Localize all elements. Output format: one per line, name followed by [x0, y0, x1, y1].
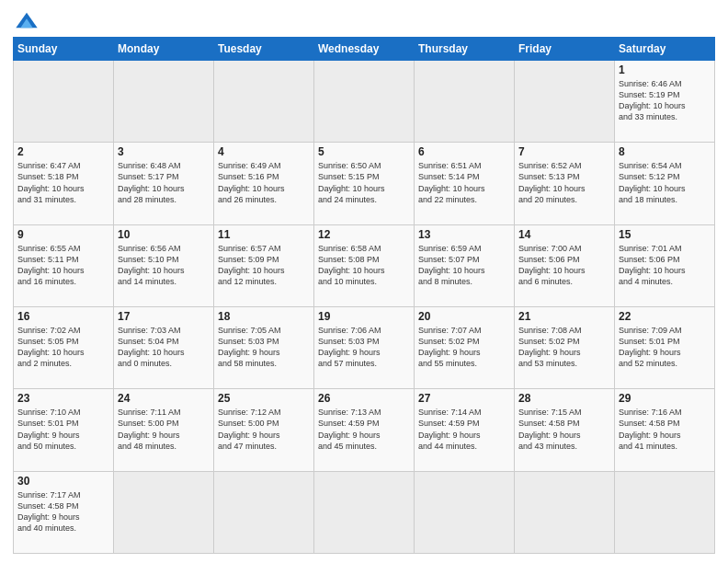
- logo-icon: [13, 9, 40, 31]
- day-info: Sunrise: 6:48 AM Sunset: 5:17 PM Dayligh…: [118, 160, 210, 205]
- calendar-header: SundayMondayTuesdayWednesdayThursdayFrid…: [14, 38, 715, 61]
- calendar-cell: 8Sunrise: 6:54 AM Sunset: 5:12 PM Daylig…: [615, 143, 715, 224]
- day-info: Sunrise: 6:50 AM Sunset: 5:15 PM Dayligh…: [318, 160, 410, 205]
- calendar-cell: 6Sunrise: 6:51 AM Sunset: 5:14 PM Daylig…: [415, 143, 515, 224]
- calendar-week-3: 16Sunrise: 7:02 AM Sunset: 5:05 PM Dayli…: [14, 306, 715, 388]
- day-number: 7: [518, 145, 610, 158]
- day-number: 6: [418, 145, 510, 158]
- calendar-cell: 4Sunrise: 6:49 AM Sunset: 5:16 PM Daylig…: [214, 143, 314, 224]
- calendar-week-1: 2Sunrise: 6:47 AM Sunset: 5:18 PM Daylig…: [14, 143, 715, 224]
- weekday-header-thursday: Thursday: [415, 38, 515, 61]
- calendar-week-4: 23Sunrise: 7:10 AM Sunset: 5:01 PM Dayli…: [14, 389, 715, 471]
- calendar-cell: [515, 471, 615, 553]
- calendar-cell: 20Sunrise: 7:07 AM Sunset: 5:02 PM Dayli…: [415, 306, 515, 388]
- calendar-cell: 26Sunrise: 7:13 AM Sunset: 4:59 PM Dayli…: [314, 389, 415, 471]
- day-number: 5: [318, 145, 410, 158]
- weekday-header-wednesday: Wednesday: [314, 38, 415, 61]
- weekday-header-tuesday: Tuesday: [214, 38, 314, 61]
- calendar-cell: 15Sunrise: 7:01 AM Sunset: 5:06 PM Dayli…: [615, 224, 715, 306]
- day-info: Sunrise: 7:03 AM Sunset: 5:04 PM Dayligh…: [118, 325, 210, 370]
- calendar-cell: 1Sunrise: 6:46 AM Sunset: 5:19 PM Daylig…: [615, 61, 715, 143]
- calendar-cell: 2Sunrise: 6:47 AM Sunset: 5:18 PM Daylig…: [14, 143, 114, 224]
- day-info: Sunrise: 7:02 AM Sunset: 5:05 PM Dayligh…: [17, 325, 109, 370]
- calendar-cell: 25Sunrise: 7:12 AM Sunset: 5:00 PM Dayli…: [214, 389, 314, 471]
- calendar-cell: 21Sunrise: 7:08 AM Sunset: 5:02 PM Dayli…: [515, 306, 615, 388]
- day-number: 25: [218, 392, 310, 405]
- day-info: Sunrise: 7:05 AM Sunset: 5:03 PM Dayligh…: [218, 325, 310, 370]
- day-number: 20: [418, 310, 510, 323]
- day-number: 13: [418, 228, 510, 241]
- calendar-cell: 14Sunrise: 7:00 AM Sunset: 5:06 PM Dayli…: [515, 224, 615, 306]
- page: SundayMondayTuesdayWednesdayThursdayFrid…: [0, 0, 728, 563]
- calendar-cell: 12Sunrise: 6:58 AM Sunset: 5:08 PM Dayli…: [314, 224, 415, 306]
- day-number: 15: [619, 228, 711, 241]
- weekday-header-saturday: Saturday: [615, 38, 715, 61]
- day-number: 19: [318, 310, 410, 323]
- day-number: 9: [17, 228, 109, 241]
- day-number: 29: [619, 392, 711, 405]
- calendar-cell: 28Sunrise: 7:15 AM Sunset: 4:58 PM Dayli…: [515, 389, 615, 471]
- calendar-cell: 10Sunrise: 6:56 AM Sunset: 5:10 PM Dayli…: [114, 224, 214, 306]
- day-info: Sunrise: 7:14 AM Sunset: 4:59 PM Dayligh…: [418, 407, 510, 452]
- calendar-cell: [14, 61, 114, 143]
- calendar-week-5: 30Sunrise: 7:17 AM Sunset: 4:58 PM Dayli…: [14, 471, 715, 553]
- day-info: Sunrise: 7:07 AM Sunset: 5:02 PM Dayligh…: [418, 325, 510, 370]
- day-info: Sunrise: 6:51 AM Sunset: 5:14 PM Dayligh…: [418, 160, 510, 205]
- day-info: Sunrise: 7:09 AM Sunset: 5:01 PM Dayligh…: [619, 325, 711, 370]
- calendar-cell: 27Sunrise: 7:14 AM Sunset: 4:59 PM Dayli…: [415, 389, 515, 471]
- day-info: Sunrise: 7:17 AM Sunset: 4:58 PM Dayligh…: [17, 489, 109, 534]
- day-number: 11: [218, 228, 310, 241]
- day-info: Sunrise: 7:16 AM Sunset: 4:58 PM Dayligh…: [619, 407, 711, 452]
- weekday-header-sunday: Sunday: [14, 38, 114, 61]
- day-info: Sunrise: 7:12 AM Sunset: 5:00 PM Dayligh…: [218, 407, 310, 452]
- day-number: 14: [518, 228, 610, 241]
- calendar-cell: [214, 471, 314, 553]
- day-number: 28: [518, 392, 610, 405]
- day-number: 3: [118, 145, 210, 158]
- day-info: Sunrise: 6:58 AM Sunset: 5:08 PM Dayligh…: [318, 243, 410, 288]
- calendar-cell: 30Sunrise: 7:17 AM Sunset: 4:58 PM Dayli…: [14, 471, 114, 553]
- day-info: Sunrise: 7:08 AM Sunset: 5:02 PM Dayligh…: [518, 325, 610, 370]
- calendar-week-0: 1Sunrise: 6:46 AM Sunset: 5:19 PM Daylig…: [14, 61, 715, 143]
- day-number: 12: [318, 228, 410, 241]
- day-info: Sunrise: 6:56 AM Sunset: 5:10 PM Dayligh…: [118, 243, 210, 288]
- day-number: 22: [619, 310, 711, 323]
- calendar-cell: 5Sunrise: 6:50 AM Sunset: 5:15 PM Daylig…: [314, 143, 415, 224]
- day-info: Sunrise: 7:15 AM Sunset: 4:58 PM Dayligh…: [518, 407, 610, 452]
- header: [13, 9, 715, 31]
- weekday-row: SundayMondayTuesdayWednesdayThursdayFrid…: [14, 38, 715, 61]
- day-number: 23: [17, 392, 109, 405]
- calendar-cell: 11Sunrise: 6:57 AM Sunset: 5:09 PM Dayli…: [214, 224, 314, 306]
- day-info: Sunrise: 7:10 AM Sunset: 5:01 PM Dayligh…: [17, 407, 109, 452]
- calendar-cell: [314, 471, 415, 553]
- day-info: Sunrise: 7:11 AM Sunset: 5:00 PM Dayligh…: [118, 407, 210, 452]
- calendar-cell: 29Sunrise: 7:16 AM Sunset: 4:58 PM Dayli…: [615, 389, 715, 471]
- day-number: 8: [619, 145, 711, 158]
- calendar-cell: 7Sunrise: 6:52 AM Sunset: 5:13 PM Daylig…: [515, 143, 615, 224]
- calendar-cell: 24Sunrise: 7:11 AM Sunset: 5:00 PM Dayli…: [114, 389, 214, 471]
- calendar-cell: [415, 61, 515, 143]
- day-number: 4: [218, 145, 310, 158]
- day-number: 26: [318, 392, 410, 405]
- day-info: Sunrise: 7:00 AM Sunset: 5:06 PM Dayligh…: [518, 243, 610, 288]
- day-info: Sunrise: 6:52 AM Sunset: 5:13 PM Dayligh…: [518, 160, 610, 205]
- calendar-cell: 23Sunrise: 7:10 AM Sunset: 5:01 PM Dayli…: [14, 389, 114, 471]
- calendar-cell: 18Sunrise: 7:05 AM Sunset: 5:03 PM Dayli…: [214, 306, 314, 388]
- calendar-cell: 9Sunrise: 6:55 AM Sunset: 5:11 PM Daylig…: [14, 224, 114, 306]
- day-number: 30: [17, 475, 109, 488]
- day-info: Sunrise: 6:47 AM Sunset: 5:18 PM Dayligh…: [17, 160, 109, 205]
- day-number: 18: [218, 310, 310, 323]
- logo: [13, 9, 44, 31]
- day-info: Sunrise: 7:06 AM Sunset: 5:03 PM Dayligh…: [318, 325, 410, 370]
- day-info: Sunrise: 6:54 AM Sunset: 5:12 PM Dayligh…: [619, 160, 711, 205]
- calendar-cell: [114, 471, 214, 553]
- day-number: 1: [619, 63, 711, 76]
- day-number: 10: [118, 228, 210, 241]
- day-info: Sunrise: 7:13 AM Sunset: 4:59 PM Dayligh…: [318, 407, 410, 452]
- day-info: Sunrise: 6:49 AM Sunset: 5:16 PM Dayligh…: [218, 160, 310, 205]
- day-number: 2: [17, 145, 109, 158]
- day-info: Sunrise: 6:59 AM Sunset: 5:07 PM Dayligh…: [418, 243, 510, 288]
- day-number: 16: [17, 310, 109, 323]
- day-number: 27: [418, 392, 510, 405]
- calendar-week-2: 9Sunrise: 6:55 AM Sunset: 5:11 PM Daylig…: [14, 224, 715, 306]
